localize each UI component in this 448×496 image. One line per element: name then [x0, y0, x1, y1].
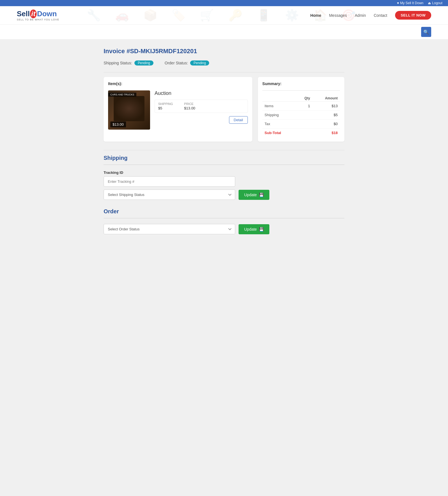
order-status-badge: Pending	[190, 60, 209, 65]
summary-tax-label: Tax	[262, 120, 296, 128]
summary-subtotal-label: Sub-Total	[262, 128, 296, 137]
item-shipping-price: SHIPPING $5 PRICE $13.00	[155, 100, 248, 113]
summary-items-label: Items	[262, 102, 296, 111]
summary-card: Summary: Qty Amount Items 1 $13	[258, 77, 344, 142]
order-status-select[interactable]: Select Order Status Pending Processing C…	[104, 224, 235, 234]
summary-tax-amount: $0	[312, 120, 340, 128]
logo-tagline: SELL TO BE WHAT YOU LOVE	[17, 18, 59, 21]
items-card: Item(s): CARS AND TRUCKS $13.00 Auction …	[104, 77, 252, 142]
shipping-update-row: Select Shipping Status Pending Shipped D…	[104, 189, 344, 200]
summary-col-amount: Amount	[312, 95, 340, 102]
shipping-section-divider	[104, 165, 344, 165]
summary-subtotal-qty	[296, 128, 312, 137]
summary-row-subtotal: Sub-Total $18	[262, 128, 340, 137]
logo: Sell it Down SELL TO BE WHAT YOU LOVE	[17, 10, 59, 21]
shipping-col-label: SHIPPING	[158, 102, 173, 106]
order-status-label: Order Status:	[165, 61, 188, 65]
search-icon: 🔍	[423, 29, 429, 35]
heart-icon: ♥	[397, 1, 399, 5]
item-shipping: SHIPPING $5	[158, 102, 173, 110]
shipping-section: Shipping Tracking ID Select Shipping Sta…	[104, 155, 344, 200]
summary-table: Qty Amount Items 1 $13 Shipping $5	[262, 95, 340, 137]
tracking-id-label: Tracking ID	[104, 170, 344, 175]
invoice-title: Invoice #SD-MKIJ5RMDF120201	[104, 48, 344, 55]
summary-shipping-label: Shipping	[262, 111, 296, 120]
divider-2	[104, 150, 344, 150]
shipping-status-badge: Pending	[134, 60, 153, 65]
summary-row-tax: Tax $0	[262, 120, 340, 128]
nav-messages[interactable]: Messages	[329, 13, 347, 18]
search-button[interactable]: 🔍	[421, 27, 431, 37]
sell-it-now-button[interactable]: SELL IT NOW	[395, 11, 431, 20]
shipping-status-label: Shipping Status:	[104, 61, 132, 65]
order-update-row: Select Order Status Pending Processing C…	[104, 224, 344, 234]
logo-down: Down	[37, 10, 57, 18]
header: 🔧 🚗 📦 🏷️ 🛒 🔑 📱 ⚙️ 🏠 🎯 Sell it Down SELL …	[0, 6, 448, 24]
logo-text: Sell it Down	[17, 10, 57, 18]
order-section-title: Order	[104, 208, 344, 215]
summary-tax-qty	[296, 120, 312, 128]
order-section: Order Select Order Status Pending Proces…	[104, 208, 344, 234]
shipping-status-select[interactable]: Select Shipping Status Pending Shipped D…	[104, 189, 235, 200]
shipping-update-button[interactable]: Update 💾	[239, 190, 269, 200]
nav: Home Messages Admin Contact SELL IT NOW	[310, 11, 431, 20]
summary-row-shipping: Shipping $5	[262, 111, 340, 120]
items-label: Item(s):	[108, 81, 248, 86]
logo-sell: Sell	[17, 10, 30, 18]
nav-admin[interactable]: Admin	[355, 13, 366, 18]
price-col-value: $13.00	[184, 106, 195, 110]
item-image-wrap: CARS AND TRUCKS $13.00	[108, 90, 150, 130]
summary-subtotal-amount: $18	[312, 128, 340, 137]
order-section-divider	[104, 218, 344, 218]
shipping-status-item: Shipping Status: Pending	[104, 60, 153, 65]
logout-icon: ⏏	[428, 1, 431, 5]
shipping-section-title: Shipping	[104, 155, 344, 161]
price-col-label: PRICE	[184, 102, 195, 106]
item-category-tag: CARS AND TRUCKS	[108, 93, 136, 97]
item-price: PRICE $13.00	[184, 102, 195, 110]
search-bar-area: 🔍	[0, 24, 448, 39]
summary-shipping-amount: $5	[312, 111, 340, 120]
summary-items-qty: 1	[296, 102, 312, 111]
nav-home[interactable]: Home	[310, 13, 321, 18]
logout-link[interactable]: ⏏ Logout	[428, 1, 442, 5]
summary-col-label	[262, 95, 296, 102]
my-sell-it-down-link[interactable]: ♥ My Sell It Down	[397, 1, 423, 5]
detail-button[interactable]: Detail	[229, 116, 248, 124]
summary-shipping-qty	[296, 111, 312, 120]
summary-divider	[262, 90, 340, 91]
summary-items-amount: $13	[312, 102, 340, 111]
summary-col-qty: Qty	[296, 95, 312, 102]
item-info: Auction SHIPPING $5 PRICE $13.00 Detail	[155, 90, 248, 124]
top-bar: ♥ My Sell It Down ⏏ Logout	[0, 0, 448, 6]
save-icon: 💾	[259, 193, 264, 197]
summary-label: Summary:	[262, 81, 340, 86]
item-row: CARS AND TRUCKS $13.00 Auction SHIPPING …	[108, 90, 248, 130]
order-update-button[interactable]: Update 💾	[239, 224, 269, 234]
status-row: Shipping Status: Pending Order Status: P…	[104, 60, 344, 65]
order-update-label: Update	[244, 227, 257, 231]
order-status-item: Order Status: Pending	[165, 60, 209, 65]
main-content: Invoice #SD-MKIJ5RMDF120201 Shipping Sta…	[98, 48, 350, 234]
shipping-col-value: $5	[158, 106, 173, 110]
item-price-badge: $13.00	[110, 121, 126, 127]
order-save-icon: 💾	[259, 227, 264, 231]
tracking-id-input[interactable]	[104, 176, 235, 187]
item-title: Auction	[155, 90, 248, 96]
items-summary-row: Item(s): CARS AND TRUCKS $13.00 Auction …	[104, 77, 344, 142]
nav-contact[interactable]: Contact	[374, 13, 387, 18]
divider-1	[104, 72, 344, 72]
logo-it: it	[30, 10, 37, 18]
summary-row-items: Items 1 $13	[262, 102, 340, 111]
shipping-update-label: Update	[244, 193, 257, 197]
